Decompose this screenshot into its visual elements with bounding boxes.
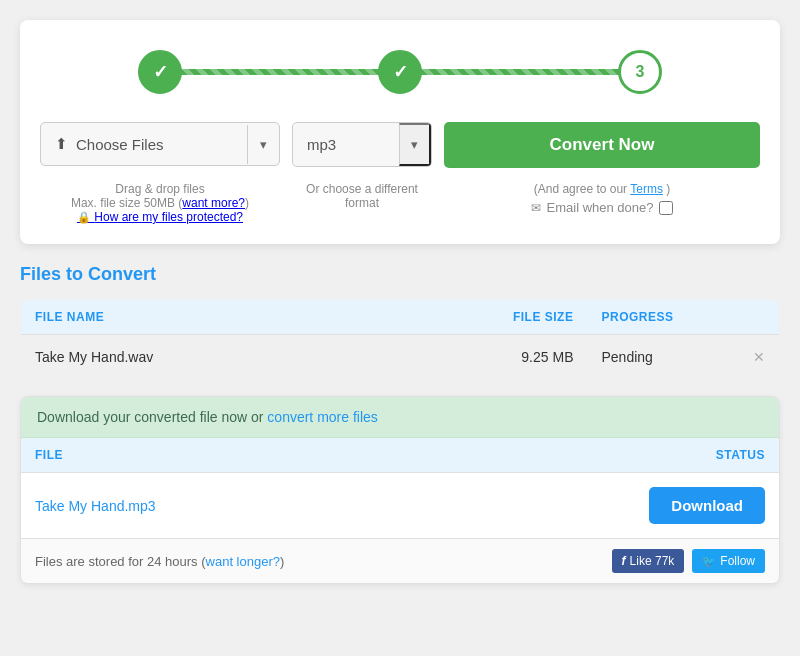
download-table-header-row: FILE STATUS [21,438,779,473]
controls-row: Choose Files mp3 Convert Now [40,122,760,168]
format-hint: Or choose a different format [292,182,432,210]
step-line-2 [420,69,620,75]
format-chevron-icon [411,137,418,152]
col-header-file: FILE [21,438,406,473]
like-label: Like 77k [630,554,675,568]
follow-button[interactable]: Follow [692,549,765,573]
choose-files-button[interactable]: Choose Files [41,123,247,165]
convert-now-button[interactable]: Convert Now [444,122,760,168]
download-section: Download your converted file now or conv… [20,396,780,584]
download-file-link[interactable]: Take My Hand.mp3 [35,498,156,514]
file-info: Drag & drop files Max. file size 50MB (w… [40,182,280,224]
step1-checkmark [153,61,168,83]
upload-icon [55,135,68,153]
table-row: Take My Hand.wav 9.25 MB Pending ✕ [21,335,780,380]
terms-link[interactable]: Terms [630,182,663,196]
section-title-accent: Convert [88,264,156,284]
col-header-status: STATUS [406,438,779,473]
facebook-icon [622,554,626,568]
chevron-down-icon [260,137,267,152]
files-table-header-row: FILE NAME FILE SIZE PROGRESS [21,300,780,335]
mail-icon [531,200,541,215]
storage-row: Files are stored for 24 hours (want long… [21,538,779,583]
email-checkbox[interactable] [659,201,673,215]
col-header-filename: FILE NAME [21,300,474,335]
email-label: Email when done? [547,200,654,215]
want-longer-link[interactable]: want longer? [206,554,280,569]
format-wrapper: mp3 [292,122,432,167]
files-table: FILE NAME FILE SIZE PROGRESS Take My Han… [20,299,780,380]
agree-text: (And agree to our Terms ) [444,182,760,196]
step3-label: 3 [636,63,645,81]
files-to-convert-section: Files to Convert FILE NAME FILE SIZE PRO… [20,264,780,380]
file-progress-cell: Pending [587,335,739,380]
step-3: 3 [618,50,662,94]
convert-more-link[interactable]: convert more files [267,409,377,425]
download-banner: Download your converted file now or conv… [21,397,779,438]
file-size-cell: 9.25 MB [474,335,588,380]
convert-info: (And agree to our Terms ) Email when don… [444,178,760,215]
download-row: Take My Hand.mp3 Download [21,473,779,539]
col-header-progress: PROGRESS [587,300,739,335]
banner-text: Download your converted file now or [37,409,267,425]
section-title: Files to Convert [20,264,780,285]
col-header-filesize: FILE SIZE [474,300,588,335]
col-header-close [739,300,780,335]
like-button[interactable]: Like 77k [612,549,685,573]
main-card: 3 Choose Files mp3 Convert Now D [20,20,780,244]
bottom-info-row: Drag & drop files Max. file size 50MB (w… [40,178,760,224]
step2-checkmark [393,61,408,83]
file-remove-btn[interactable]: ✕ [739,335,780,380]
twitter-icon [702,554,716,568]
download-table: FILE STATUS Take My Hand.mp3 Download [21,438,779,538]
want-more-link[interactable]: want more? [182,196,245,210]
drag-drop-text: Drag & drop files [115,182,204,196]
download-status-cell: Download [406,473,779,539]
choose-files-label: Choose Files [76,136,164,153]
how-protected-link[interactable]: How are my files protected? [77,210,243,224]
choose-files-wrapper: Choose Files [40,122,280,166]
download-file-name: Take My Hand.mp3 [21,473,406,539]
max-size-text: Max. file size 50MB (want more?) [71,196,249,210]
steps-progress: 3 [40,50,760,94]
email-row: Email when done? [444,200,760,215]
lock-icon [77,210,91,224]
format-dropdown-btn[interactable] [399,123,431,166]
storage-text: Files are stored for 24 hours (want long… [35,554,284,569]
follow-label: Follow [720,554,755,568]
format-spacer: Or choose a different format [292,178,432,210]
file-name-cell: Take My Hand.wav [21,335,474,380]
social-buttons: Like 77k Follow [612,549,765,573]
format-value: mp3 [293,124,399,165]
step-line-1 [180,69,380,75]
step-2 [378,50,422,94]
choose-files-dropdown-btn[interactable] [247,125,279,164]
step-1 [138,50,182,94]
download-button[interactable]: Download [649,487,765,524]
